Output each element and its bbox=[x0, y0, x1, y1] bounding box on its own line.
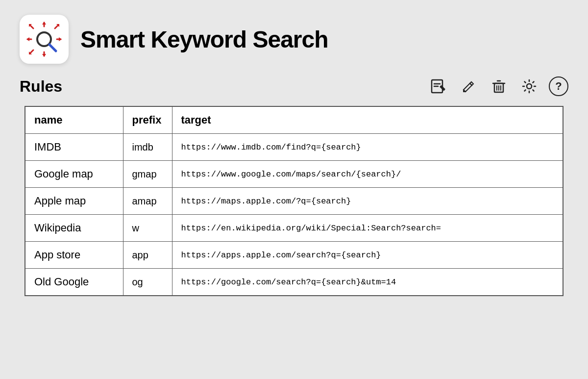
svg-marker-3 bbox=[42, 22, 46, 25]
help-label: ? bbox=[555, 80, 562, 93]
app-icon bbox=[20, 15, 69, 64]
svg-marker-9 bbox=[59, 37, 62, 41]
settings-button[interactable] bbox=[518, 76, 540, 97]
cell-name: IMDB bbox=[25, 134, 123, 161]
table-row[interactable]: App storeapphttps://apps.apple.com/searc… bbox=[25, 242, 563, 269]
table-row[interactable]: IMDBimdbhttps://www.imdb.com/find?q={sea… bbox=[25, 134, 563, 161]
cell-target: https://maps.apple.com/?q={search} bbox=[172, 188, 563, 215]
toolbar-row: Rules bbox=[15, 76, 573, 97]
table-row[interactable]: Old Googleoghttps://google.com/search?q=… bbox=[25, 269, 563, 296]
svg-line-10 bbox=[30, 25, 33, 28]
app-header: Smart Keyword Search bbox=[15, 15, 573, 64]
table-row[interactable]: Wikipediawhttps://en.wikipedia.org/wiki/… bbox=[25, 215, 563, 242]
section-title: Rules bbox=[20, 77, 62, 96]
cell-prefix: gmap bbox=[123, 161, 172, 188]
cell-name: Wikipedia bbox=[25, 215, 123, 242]
cell-prefix: og bbox=[123, 269, 172, 296]
help-button[interactable]: ? bbox=[549, 76, 568, 96]
cell-target: https://google.com/search?q={search}&utm… bbox=[172, 269, 563, 296]
cell-name: App store bbox=[25, 242, 123, 269]
app-title: Smart Keyword Search bbox=[80, 26, 328, 53]
table-row[interactable]: Google mapgmaphttps://www.google.com/map… bbox=[25, 161, 563, 188]
cell-target: https://www.google.com/maps/search/{sear… bbox=[172, 161, 563, 188]
edit-button[interactable] bbox=[458, 76, 479, 97]
cell-prefix: amap bbox=[123, 188, 172, 215]
svg-marker-5 bbox=[42, 54, 46, 57]
svg-line-14 bbox=[30, 50, 33, 53]
table-header-row: name prefix target bbox=[25, 106, 563, 134]
svg-line-12 bbox=[55, 25, 58, 28]
cell-prefix: imdb bbox=[123, 134, 172, 161]
toolbar-icons: ? bbox=[427, 76, 568, 97]
col-header-prefix: prefix bbox=[123, 106, 172, 134]
svg-point-29 bbox=[527, 84, 532, 89]
table-row[interactable]: Apple mapamaphttps://maps.apple.com/?q={… bbox=[25, 188, 563, 215]
cell-name: Google map bbox=[25, 161, 123, 188]
add-edit-button[interactable] bbox=[427, 76, 449, 97]
cell-prefix: app bbox=[123, 242, 172, 269]
delete-button[interactable] bbox=[488, 76, 510, 97]
svg-marker-7 bbox=[26, 37, 29, 41]
rules-table: name prefix target IMDBimdbhttps://www.i… bbox=[24, 106, 564, 296]
cell-name: Old Google bbox=[25, 269, 123, 296]
col-header-target: target bbox=[172, 106, 563, 134]
cell-name: Apple map bbox=[25, 188, 123, 215]
cell-target: https://apps.apple.com/search?q={search} bbox=[172, 242, 563, 269]
col-header-name: name bbox=[25, 106, 123, 134]
cell-prefix: w bbox=[123, 215, 172, 242]
svg-line-1 bbox=[49, 45, 56, 51]
cell-target: https://www.imdb.com/find?q={search} bbox=[172, 134, 563, 161]
cell-target: https://en.wikipedia.org/wiki/Special:Se… bbox=[172, 215, 563, 242]
